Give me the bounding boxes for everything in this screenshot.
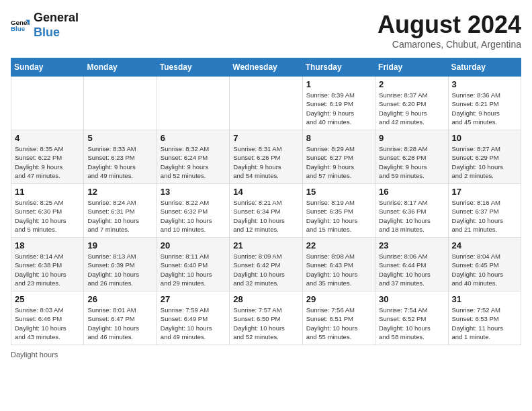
day-number: 11 [15,187,80,197]
day-info: Sunrise: 7:54 AM Sunset: 6:52 PM Dayligh… [379,306,444,341]
day-number: 28 [233,294,298,304]
month-title: August 2024 [378,11,521,39]
subtitle: Camarones, Chubut, Argentina [378,39,521,50]
calendar-cell: 17Sunrise: 8:16 AM Sunset: 6:37 PM Dayli… [448,184,521,238]
day-info: Sunrise: 8:37 AM Sunset: 6:20 PM Dayligh… [379,91,444,126]
calendar-cell: 3Sunrise: 8:36 AM Sunset: 6:21 PM Daylig… [448,77,521,130]
day-number: 8 [306,133,371,143]
calendar-cell: 12Sunrise: 8:24 AM Sunset: 6:31 PM Dayli… [84,184,157,238]
day-number: 15 [306,187,371,197]
calendar-week-1: 1Sunrise: 8:39 AM Sunset: 6:19 PM Daylig… [11,77,521,130]
calendar-cell: 22Sunrise: 8:08 AM Sunset: 6:43 PM Dayli… [302,238,375,291]
day-info: Sunrise: 7:56 AM Sunset: 6:51 PM Dayligh… [306,306,371,341]
calendar-table: SundayMondayTuesdayWednesdayThursdayFrid… [11,58,521,345]
calendar-cell: 27Sunrise: 7:59 AM Sunset: 6:49 PM Dayli… [157,291,229,345]
calendar-cell: 24Sunrise: 8:04 AM Sunset: 6:45 PM Dayli… [448,238,521,291]
day-info: Sunrise: 8:17 AM Sunset: 6:36 PM Dayligh… [379,198,444,234]
day-info: Sunrise: 8:16 AM Sunset: 6:37 PM Dayligh… [452,198,517,234]
day-number: 31 [452,294,517,304]
day-info: Sunrise: 8:08 AM Sunset: 6:43 PM Dayligh… [306,252,371,287]
day-info: Sunrise: 8:36 AM Sunset: 6:21 PM Dayligh… [452,91,517,126]
day-number: 25 [15,294,80,304]
day-number: 21 [233,240,298,250]
day-number: 12 [87,187,152,197]
title-area: August 2024 Camarones, Chubut, Argentina [378,11,521,50]
header-tuesday: Tuesday [157,58,229,77]
calendar-cell: 19Sunrise: 8:13 AM Sunset: 6:39 PM Dayli… [84,238,157,291]
day-info: Sunrise: 8:19 AM Sunset: 6:35 PM Dayligh… [306,198,371,234]
day-number: 6 [161,133,226,143]
day-info: Sunrise: 8:35 AM Sunset: 6:22 PM Dayligh… [15,144,80,180]
calendar-week-3: 11Sunrise: 8:25 AM Sunset: 6:30 PM Dayli… [11,184,521,238]
calendar-cell: 20Sunrise: 8:11 AM Sunset: 6:40 PM Dayli… [157,238,229,291]
day-number: 24 [452,240,517,250]
calendar-cell: 18Sunrise: 8:14 AM Sunset: 6:38 PM Dayli… [11,238,84,291]
calendar-cell: 5Sunrise: 8:33 AM Sunset: 6:23 PM Daylig… [84,130,157,184]
calendar-cell: 2Sunrise: 8:37 AM Sunset: 6:20 PM Daylig… [375,77,448,130]
calendar-week-2: 4Sunrise: 8:35 AM Sunset: 6:22 PM Daylig… [11,130,521,184]
day-number: 30 [379,294,444,304]
day-number: 18 [15,240,80,250]
day-info: Sunrise: 8:13 AM Sunset: 6:39 PM Dayligh… [87,252,152,287]
day-number: 27 [161,294,226,304]
calendar-cell: 11Sunrise: 8:25 AM Sunset: 6:30 PM Dayli… [11,184,84,238]
calendar-cell: 31Sunrise: 7:52 AM Sunset: 6:53 PM Dayli… [448,291,521,345]
day-number: 3 [452,79,517,89]
day-info: Sunrise: 7:52 AM Sunset: 6:53 PM Dayligh… [452,306,517,341]
day-info: Sunrise: 8:21 AM Sunset: 6:34 PM Dayligh… [233,198,298,234]
calendar-cell: 23Sunrise: 8:06 AM Sunset: 6:44 PM Dayli… [375,238,448,291]
day-number: 19 [87,240,152,250]
calendar-cell: 13Sunrise: 8:22 AM Sunset: 6:32 PM Dayli… [157,184,229,238]
day-number: 14 [233,187,298,197]
logo: General Blue General Blue [11,11,79,40]
calendar-cell: 7Sunrise: 8:31 AM Sunset: 6:26 PM Daylig… [230,130,302,184]
day-info: Sunrise: 7:57 AM Sunset: 6:50 PM Dayligh… [233,306,298,341]
calendar-cell: 8Sunrise: 8:29 AM Sunset: 6:27 PM Daylig… [302,130,375,184]
day-number: 10 [452,133,517,143]
header-monday: Monday [84,58,157,77]
calendar-week-4: 18Sunrise: 8:14 AM Sunset: 6:38 PM Dayli… [11,238,521,291]
logo-line2: Blue [34,26,79,40]
calendar-cell: 4Sunrise: 8:35 AM Sunset: 6:22 PM Daylig… [11,130,84,184]
day-info: Sunrise: 8:31 AM Sunset: 6:26 PM Dayligh… [233,144,298,180]
day-info: Sunrise: 8:28 AM Sunset: 6:28 PM Dayligh… [379,144,444,180]
day-info: Sunrise: 8:22 AM Sunset: 6:32 PM Dayligh… [161,198,226,234]
day-info: Sunrise: 8:33 AM Sunset: 6:23 PM Dayligh… [87,144,152,180]
calendar-cell: 10Sunrise: 8:27 AM Sunset: 6:29 PM Dayli… [448,130,521,184]
calendar-cell [230,77,302,130]
day-number: 16 [379,187,444,197]
calendar-cell: 29Sunrise: 7:56 AM Sunset: 6:51 PM Dayli… [302,291,375,345]
day-info: Sunrise: 8:39 AM Sunset: 6:19 PM Dayligh… [306,91,371,126]
day-info: Sunrise: 8:09 AM Sunset: 6:42 PM Dayligh… [233,252,298,287]
day-number: 26 [87,294,152,304]
day-info: Sunrise: 8:27 AM Sunset: 6:29 PM Dayligh… [452,144,517,180]
day-info: Sunrise: 8:03 AM Sunset: 6:46 PM Dayligh… [15,306,80,341]
calendar-cell: 15Sunrise: 8:19 AM Sunset: 6:35 PM Dayli… [302,184,375,238]
header-wednesday: Wednesday [230,58,302,77]
day-number: 7 [233,133,298,143]
day-number: 1 [306,79,371,89]
day-number: 17 [452,187,517,197]
footer-note: Daylight hours [11,351,521,359]
day-number: 2 [379,79,444,89]
day-info: Sunrise: 8:01 AM Sunset: 6:47 PM Dayligh… [87,306,152,341]
calendar-cell: 6Sunrise: 8:32 AM Sunset: 6:24 PM Daylig… [157,130,229,184]
svg-text:Blue: Blue [11,25,26,32]
calendar-cell [84,77,157,130]
day-info: Sunrise: 8:25 AM Sunset: 6:30 PM Dayligh… [15,198,80,234]
day-info: Sunrise: 8:06 AM Sunset: 6:44 PM Dayligh… [379,252,444,287]
header-friday: Friday [375,58,448,77]
calendar-cell [11,77,84,130]
day-info: Sunrise: 8:32 AM Sunset: 6:24 PM Dayligh… [161,144,226,180]
logo-icon: General Blue [11,16,30,35]
day-number: 23 [379,240,444,250]
calendar-cell: 26Sunrise: 8:01 AM Sunset: 6:47 PM Dayli… [84,291,157,345]
calendar-cell: 16Sunrise: 8:17 AM Sunset: 6:36 PM Dayli… [375,184,448,238]
calendar-cell: 21Sunrise: 8:09 AM Sunset: 6:42 PM Dayli… [230,238,302,291]
day-number: 4 [15,133,80,143]
header-sunday: Sunday [11,58,84,77]
day-number: 22 [306,240,371,250]
calendar-cell: 28Sunrise: 7:57 AM Sunset: 6:50 PM Dayli… [230,291,302,345]
day-info: Sunrise: 8:24 AM Sunset: 6:31 PM Dayligh… [87,198,152,234]
day-info: Sunrise: 8:04 AM Sunset: 6:45 PM Dayligh… [452,252,517,287]
